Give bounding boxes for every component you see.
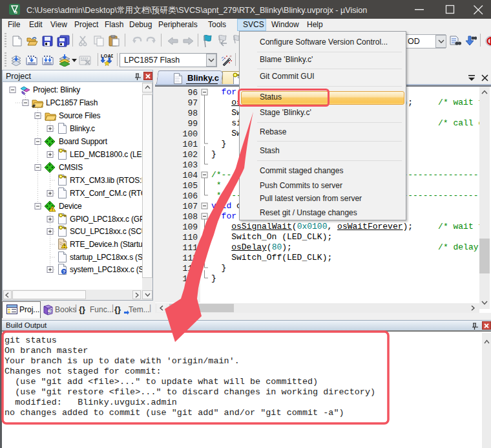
svg-text:?: ?: [48, 309, 51, 314]
svg-text:?: ?: [63, 269, 66, 275]
svg-text:s: s: [15, 10, 17, 14]
